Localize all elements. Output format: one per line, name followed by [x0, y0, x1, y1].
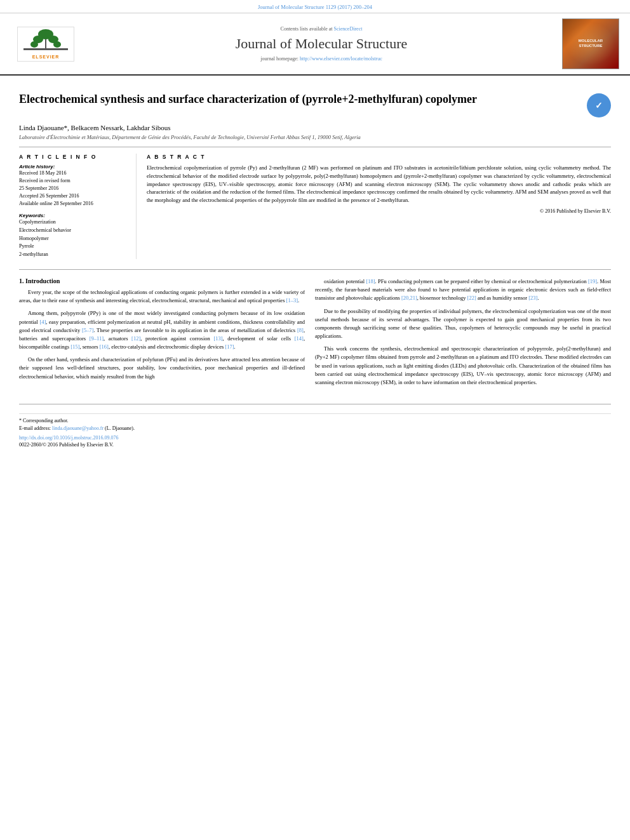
journal-title: Journal of Molecular Structure	[236, 36, 408, 52]
page-wrapper: Journal of Molecular Structure 1129 (201…	[0, 0, 630, 454]
footer-divider	[19, 413, 611, 414]
history-online: Available online 28 September 2016	[19, 200, 128, 208]
journal-reference-bar: Journal of Molecular Structure 1129 (201…	[0, 0, 630, 13]
ref-4[interactable]: [4]	[39, 319, 46, 325]
abstract-copyright: © 2016 Published by Elsevier B.V.	[147, 208, 611, 214]
article-body: 1. Introduction Every year, the scope of…	[19, 269, 611, 391]
ref-5-7[interactable]: [5–7]	[82, 327, 93, 333]
keyword-pyrrole: Pyrrole	[19, 243, 128, 251]
section1-heading: 1. Introduction	[19, 277, 305, 284]
article-footer: * Corresponding author. E-mail address: …	[19, 404, 611, 448]
ref-1-3[interactable]: [1–3]	[286, 297, 298, 303]
body-para-1: Every year, the scope of the technologic…	[19, 288, 305, 305]
ref-8[interactable]: [8]	[297, 327, 304, 333]
ref-19[interactable]: [19]	[588, 278, 597, 284]
ref-15[interactable]: [15]	[70, 343, 79, 350]
ref-12[interactable]: [12]	[131, 335, 140, 342]
body-left-column: 1. Introduction Every year, the scope of…	[19, 277, 305, 391]
article-history-section: Article history: Received 18 May 2016 Re…	[19, 164, 128, 208]
keyword-methylfuran: 2-methylfuran	[19, 251, 128, 259]
ref-9-11[interactable]: [9–11]	[90, 335, 104, 342]
ref-16[interactable]: [16]	[100, 343, 109, 350]
keyword-homopolymer: Homopolymer	[19, 235, 128, 243]
elsevier-brand-text: ELSEVIER	[32, 55, 60, 59]
journal-reference-text: Journal of Molecular Structure 1129 (201…	[258, 4, 372, 10]
article-content: Electrochemical synthesis and surface ch…	[0, 76, 630, 454]
svg-point-6	[53, 41, 61, 48]
affiliation-text: Laboratoire d'Électrochimie et Matériaux…	[19, 134, 611, 140]
abstract-column: A B S T R A C T Electrochemical copolyme…	[147, 154, 611, 259]
history-label: Article history:	[19, 164, 128, 170]
svg-point-5	[30, 41, 38, 48]
journal-info-center: Contents lists available at ScienceDirec…	[90, 18, 553, 69]
sciencedirect-notice: Contents lists available at ScienceDirec…	[281, 26, 363, 32]
email-line: E-mail address: linda.djaouane@yahoo.fr …	[19, 425, 611, 431]
body-para-right-3: This work concerns the synthesis, electr…	[315, 345, 611, 387]
doi-link[interactable]: http://dx.doi.org/10.1016/j.molstruc.201…	[19, 435, 611, 441]
email-suffix: (L. Djaouane).	[105, 425, 135, 431]
author-email-link[interactable]: linda.djaouane@yahoo.fr	[52, 425, 104, 431]
history-revised-label: Received in revised form	[19, 177, 128, 185]
article-title-row: Electrochemical synthesis and surface ch…	[19, 92, 611, 117]
history-accepted: Accepted 26 September 2016	[19, 192, 128, 200]
history-revised-date: 25 September 2016	[19, 185, 128, 192]
body-para-right-2: Due to the possibility of modifying the …	[315, 307, 611, 341]
cover-title-line2: STRUCTURE	[579, 44, 603, 49]
ref-13[interactable]: [13]	[213, 335, 222, 342]
crossmark-badge: ✓	[587, 93, 611, 117]
sciencedirect-link[interactable]: ScienceDirect	[334, 26, 363, 32]
body-para-right-1: oxidation potential [18]. PFu conducting…	[315, 277, 611, 303]
body-para-3: On the other hand, synthesis and charact…	[19, 356, 305, 381]
journal-cover-image: MOLECULAR STRUCTURE	[562, 18, 619, 69]
keyword-copolymerization: Copolymerization	[19, 218, 128, 227]
keywords-label: Keywords:	[19, 213, 128, 218]
keyword-electrochemical: Electrochemical behavior	[19, 227, 128, 235]
article-info-header: A R T I C L E I N F O	[19, 154, 128, 160]
elsevier-logo: ELSEVIER	[17, 27, 74, 62]
cover-title-line1: MOLECULAR	[579, 39, 603, 44]
keywords-section: Keywords: Copolymerization Electrochemic…	[19, 213, 128, 259]
footer-copyright: 0022-2860/© 2016 Published by Elsevier B…	[19, 442, 611, 448]
elsevier-tree-icon	[20, 29, 71, 53]
authors-line: Linda Djaouane*, Belkacem Nessark, Lakhd…	[19, 124, 611, 131]
svg-rect-0	[23, 48, 68, 50]
email-label: E-mail address:	[19, 425, 51, 431]
journal-cover-area: MOLECULAR STRUCTURE	[559, 18, 622, 69]
body-right-column: oxidation potential [18]. PFu conducting…	[315, 277, 611, 391]
article-info-abstract-row: A R T I C L E I N F O Article history: R…	[19, 147, 611, 259]
elsevier-logo-area: ELSEVIER	[8, 18, 84, 69]
ref-14[interactable]: [14]	[295, 335, 304, 342]
abstract-text: Electrochemical copolymerization of pyrr…	[147, 164, 611, 204]
ref-17[interactable]: [17]	[225, 343, 234, 350]
journal-homepage-link[interactable]: http://www.elsevier.com/locate/molstruc	[300, 56, 382, 62]
journal-homepage-line: journal homepage: http://www.elsevier.co…	[260, 56, 382, 62]
corresponding-note: * Corresponding author.	[19, 418, 611, 423]
journal-header: ELSEVIER Contents lists available at Sci…	[0, 13, 630, 76]
ref-20-21[interactable]: [20,21]	[401, 295, 417, 301]
crossmark-circle: ✓	[587, 93, 611, 117]
ref-23[interactable]: [23]	[528, 295, 537, 301]
article-title-text: Electrochemical synthesis and surface ch…	[19, 92, 587, 107]
authors-text: Linda Djaouane*, Belkacem Nessark, Lakhd…	[19, 124, 171, 131]
ref-22[interactable]: [22]	[467, 295, 476, 301]
abstract-header: A B S T R A C T	[147, 154, 611, 160]
ref-18[interactable]: [18]	[366, 278, 375, 284]
body-para-2: Among them, polypyrrole (PPy) is one of …	[19, 309, 305, 351]
article-info-column: A R T I C L E I N F O Article history: R…	[19, 154, 137, 259]
history-received: Received 18 May 2016	[19, 170, 128, 177]
crossmark-icon: ✓	[595, 100, 603, 111]
